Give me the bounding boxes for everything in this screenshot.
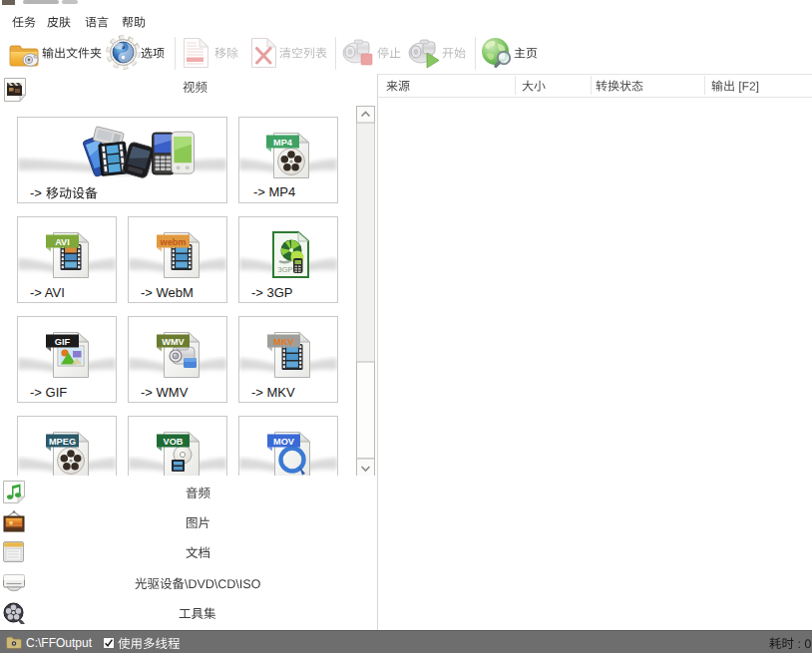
- svg-text:MP4: MP4: [273, 138, 293, 148]
- svg-text:MKV: MKV: [273, 337, 294, 347]
- svg-text:MOV: MOV: [273, 437, 295, 447]
- svg-text:GIF: GIF: [55, 337, 71, 347]
- svg-text:AVI: AVI: [55, 237, 70, 247]
- svg-text:MPEG: MPEG: [49, 437, 76, 447]
- svg-text:VOB: VOB: [164, 437, 184, 447]
- svg-text:3GP: 3GP: [277, 265, 292, 274]
- svg-text:WMV: WMV: [162, 337, 185, 347]
- svg-text:webm: webm: [159, 237, 186, 247]
